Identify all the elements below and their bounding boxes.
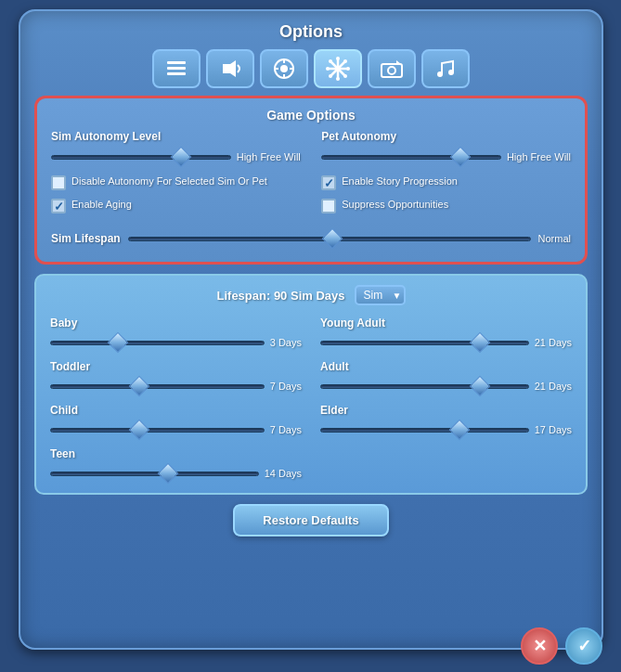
young-adult-thumb (472, 335, 487, 350)
adult-value: 21 Days (535, 381, 572, 392)
sim-select[interactable]: Sim Pet (355, 285, 406, 305)
lifespan-header: Lifespan: 90 Sim Days Sim Pet ▼ (50, 285, 572, 305)
gameplay-icon (271, 56, 297, 82)
tab-gameplay[interactable] (260, 49, 308, 88)
suppress-opportunities-checkbox[interactable] (321, 199, 336, 213)
adult-track[interactable] (320, 376, 529, 396)
sim-lifespan-label: Sim Lifespan (51, 232, 121, 245)
sim-select-wrapper[interactable]: Sim Pet ▼ (355, 285, 406, 305)
stage-baby: Baby 3 Days (50, 317, 302, 353)
elder-value: 17 Days (535, 424, 572, 435)
main-panel: Options (19, 9, 603, 650)
stage-elder-slider[interactable]: 17 Days (320, 420, 572, 440)
svg-rect-2 (167, 72, 186, 75)
sim-autonomy-slider[interactable]: High Free Will (51, 147, 301, 167)
svg-point-20 (343, 59, 347, 63)
bottom-buttons: ✕ ✓ (521, 627, 602, 665)
child-value: 7 Days (270, 424, 302, 435)
stage-adult: Adult 21 Days (320, 360, 572, 396)
sim-autonomy-thumb (174, 149, 188, 164)
stage-baby-name: Baby (50, 317, 302, 330)
pet-autonomy-col: Pet Autonomy High Free Will (321, 130, 571, 169)
sim-lifespan-track[interactable] (128, 228, 531, 249)
sim-autonomy-value: High Free Will (237, 151, 301, 162)
tab-snowflake[interactable] (314, 49, 362, 88)
confirm-button[interactable]: ✓ (565, 627, 602, 665)
enable-aging-check-mark: ✓ (54, 200, 64, 213)
stage-young-adult-slider[interactable]: 21 Days (320, 332, 572, 353)
svg-point-15 (336, 77, 340, 81)
lifespan-header-label: Lifespan: 90 Sim Days (217, 289, 345, 303)
stage-child-slider[interactable]: 7 Days (50, 420, 302, 440)
restore-defaults-button[interactable]: Restore Defaults (233, 504, 388, 536)
adult-thumb (472, 379, 487, 394)
music-icon (433, 56, 459, 82)
toddler-thumb (132, 379, 147, 394)
young-adult-value: 21 Days (535, 337, 572, 348)
tab-general[interactable] (152, 49, 201, 88)
cancel-button[interactable]: ✕ (521, 627, 558, 665)
story-check-mark: ✓ (324, 177, 334, 189)
baby-track[interactable] (50, 332, 265, 353)
stage-baby-slider[interactable]: 3 Days (50, 332, 302, 353)
svg-point-14 (336, 57, 340, 60)
stage-teen-name: Teen (50, 447, 302, 460)
stage-young-adult: Young Adult 21 Days (320, 317, 572, 353)
svg-point-18 (329, 59, 332, 63)
pet-autonomy-track[interactable] (321, 147, 501, 167)
stage-child: Child 7 Days (50, 404, 302, 440)
enable-aging-checkbox[interactable]: ✓ (51, 199, 66, 213)
sim-lifespan-value: Normal (538, 233, 571, 244)
stage-empty (320, 447, 572, 484)
svg-point-16 (326, 67, 330, 71)
tab-audio[interactable] (206, 49, 254, 88)
stage-toddler: Toddler 7 Days (50, 360, 302, 396)
young-adult-track[interactable] (320, 332, 529, 353)
svg-marker-3 (223, 60, 236, 77)
checkbox-col-left: Disable Autonomy For Selected Sim Or Pet… (51, 174, 301, 221)
checkbox-section: Disable Autonomy For Selected Sim Or Pet… (51, 174, 571, 221)
teen-track[interactable] (50, 463, 259, 484)
disable-autonomy-checkbox[interactable] (51, 175, 66, 190)
sim-autonomy-track[interactable] (51, 147, 231, 167)
disable-autonomy-label: Disable Autonomy For Selected Sim Or Pet (71, 174, 267, 187)
lifespan-detail-box: Lifespan: 90 Sim Days Sim Pet ▼ Baby (34, 274, 588, 495)
stage-adult-slider[interactable]: 21 Days (320, 376, 572, 396)
toddler-track[interactable] (50, 376, 265, 396)
enable-aging-item: ✓ Enable Aging (51, 198, 301, 213)
stage-teen-slider[interactable]: 14 Days (50, 463, 302, 484)
stage-elder: Elder 17 Days (320, 404, 572, 440)
svg-point-21 (329, 74, 332, 78)
child-track[interactable] (50, 420, 265, 440)
stage-child-name: Child (50, 404, 302, 417)
audio-icon (217, 56, 243, 82)
stage-adult-name: Adult (320, 360, 572, 373)
toddler-value: 7 Days (270, 381, 302, 392)
elder-track[interactable] (320, 420, 529, 440)
enable-aging-label: Enable Aging (71, 198, 132, 211)
teen-thumb (161, 466, 175, 481)
pet-autonomy-value: High Free Will (507, 151, 571, 162)
sim-lifespan-thumb (325, 231, 340, 246)
stage-elder-name: Elder (320, 404, 572, 417)
page-title: Options (20, 11, 602, 49)
game-options-section: Game Options Sim Autonomy Level High Fre… (34, 96, 588, 265)
tab-music[interactable] (421, 49, 470, 88)
baby-thumb (110, 335, 125, 350)
svg-point-17 (346, 67, 350, 71)
elder-thumb (452, 422, 467, 437)
tab-camera[interactable] (368, 49, 416, 88)
svg-rect-0 (167, 61, 186, 64)
tab-bar (20, 49, 602, 96)
stage-toddler-slider[interactable]: 7 Days (50, 376, 302, 396)
pet-autonomy-label: Pet Autonomy (321, 130, 571, 143)
pet-autonomy-slider[interactable]: High Free Will (321, 147, 571, 167)
game-options-title: Game Options (51, 108, 571, 123)
general-icon (163, 56, 189, 82)
svg-rect-1 (167, 67, 186, 70)
life-stage-grid: Baby 3 Days Young Adult (50, 317, 572, 484)
story-progression-item: ✓ Enable Story Progression (321, 174, 571, 190)
story-progression-checkbox[interactable]: ✓ (321, 175, 336, 190)
child-thumb (132, 422, 147, 437)
snowflake-icon (325, 56, 351, 82)
